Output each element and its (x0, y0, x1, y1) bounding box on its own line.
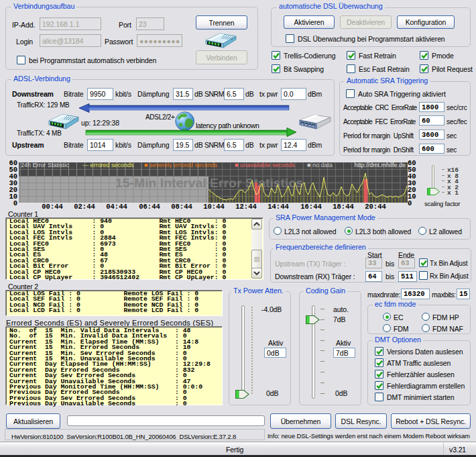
svg-text:12:44: 12:44 (235, 203, 257, 211)
svg-text:08:44: 08:44 (171, 203, 192, 211)
svg-text:24h Error Statistic: 24h Error Statistic (21, 162, 69, 168)
svg-text:18:44: 18:44 (333, 203, 354, 211)
svg-text:06:44: 06:44 (139, 203, 160, 211)
svg-text:16:44: 16:44 (300, 203, 322, 211)
svg-text:■ severely errored seconds: ■ severely errored seconds (144, 162, 217, 168)
svg-text:02:44: 02:44 (74, 203, 95, 211)
svg-text:14:44: 14:44 (267, 203, 289, 211)
svg-text:10:44: 10:44 (203, 203, 225, 211)
svg-text:15-Min Interval Error Statisti: 15-Min Interval Error Statistics (115, 176, 303, 190)
svg-text:http://dmt.mhilfe.de: http://dmt.mhilfe.de (354, 162, 406, 168)
svg-text:■ no data: ■ no data (307, 162, 333, 168)
svg-text:— errored seconds: — errored seconds (82, 162, 134, 168)
svg-text:04:44: 04:44 (106, 203, 127, 211)
svg-text:0: 0 (13, 199, 17, 207)
svg-text:■ unavailable seconds: ■ unavailable seconds (235, 162, 295, 168)
svg-text:20:44: 20:44 (365, 203, 386, 211)
svg-text:00:44: 00:44 (42, 203, 63, 211)
svg-text:0: 0 (408, 199, 412, 207)
